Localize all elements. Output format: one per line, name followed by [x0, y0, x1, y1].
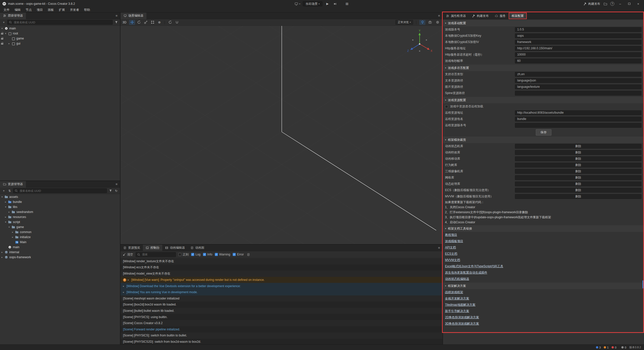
assets-filter-icon[interactable] [108, 189, 113, 193]
tab-hierarchy[interactable]: 层级管理器 [0, 13, 26, 19]
expand-arrow-icon[interactable]: ▸ [123, 291, 125, 293]
hierarchy-search-input[interactable] [13, 21, 111, 24]
sort-assets-icon[interactable]: ⇅ [7, 189, 12, 193]
expand-arrow-icon[interactable] [2, 251, 5, 253]
doc-link[interactable]: 原生包热更新配置自动生成插件 [443, 270, 644, 276]
doc-link[interactable]: 动画状态机编辑器 [443, 276, 644, 282]
delete-module-button[interactable]: 删除 [515, 163, 641, 167]
console-error-count[interactable]: 0 [612, 346, 616, 349]
lock-icon[interactable] [1, 37, 3, 40]
console-message-row[interactable]: ! ▸ [Scene] [PHYSICS]: switch from built… [120, 332, 442, 339]
config-input[interactable]: 1.0.5 [515, 27, 641, 32]
coordinate-space-tool[interactable] [174, 20, 180, 25]
delete-module-button[interactable]: 删除 [515, 188, 641, 193]
asset-row[interactable]: bundle [0, 199, 120, 204]
console-message-row[interactable]: ! ▸ [Window] render_texture文件夹不存在 [120, 258, 442, 265]
tab-framework-config[interactable]: 框架配置 [509, 13, 527, 19]
layout-grid-button[interactable]: ⊞ [345, 1, 350, 6]
play-button[interactable]: ▶ [325, 1, 330, 6]
filter-checkbox[interactable] [215, 253, 218, 256]
expand-arrow-icon[interactable] [5, 221, 8, 223]
hierarchy-node-row[interactable]: root [0, 31, 120, 36]
panel-menu-icon[interactable]: ≡ [113, 14, 120, 18]
menu-item[interactable]: 扩展 [56, 8, 67, 12]
config-input[interactable]: framework [515, 40, 641, 45]
log-filter-toggle[interactable]: Log [191, 253, 200, 256]
section-module-trim[interactable]: ▾ 框架模块裁剪 [443, 137, 644, 143]
console-message-row[interactable]: ! ▸ [Window] [Vue warn]: Property "onInp… [120, 277, 442, 283]
expand-arrow-icon[interactable] [12, 231, 15, 233]
lighting-toggle[interactable] [419, 20, 425, 25]
config-input[interactable]: http://192.168.0.150/main/ [515, 46, 641, 51]
expand-arrow-icon[interactable] [5, 201, 8, 203]
console-message-row[interactable]: ! ▸ [Scene] Cocos Creator v3.8.2 [120, 320, 442, 326]
asset-row[interactable]: resources [0, 214, 120, 220]
delete-module-button[interactable]: 删除 [515, 175, 641, 180]
panel-menu-icon[interactable]: ≡ [435, 14, 442, 18]
inspector-scrollbar-thumb[interactable] [642, 280, 644, 288]
console-message-row[interactable]: ! ▸ [Window] model_view文件夹不存在 [120, 271, 442, 277]
console-message-row[interactable]: ! ▸ [Scene] [box2d]:box2d wasm lib loade… [120, 301, 442, 308]
preview-target-button[interactable]: ▾ [294, 1, 300, 6]
move-tool[interactable] [129, 20, 135, 25]
menu-item[interactable]: 项目 [34, 8, 45, 12]
dimension-toggle[interactable]: 3D [123, 21, 126, 24]
lock-icon[interactable] [1, 42, 3, 45]
config-input[interactable]: http://localhost:8083/assets/bundle [515, 110, 641, 115]
tab-animation-panel[interactable]: 动画面 [188, 245, 207, 251]
console-log-count[interactable]: 3 [596, 346, 601, 349]
scene-select[interactable]: 当前场景▾ [303, 1, 323, 6]
delete-module-button[interactable]: 删除 [515, 169, 641, 174]
delete-module-button[interactable]: 删除 [515, 194, 641, 199]
expand-arrow-icon[interactable]: ▸ [128, 279, 130, 281]
create-node-button[interactable]: + [2, 20, 6, 25]
camera-settings-icon[interactable] [427, 20, 433, 25]
hierarchy-filter-icon[interactable] [114, 20, 118, 25]
expand-arrow-icon[interactable]: ▸ [123, 285, 125, 287]
log-filter-toggle[interactable]: Error [233, 253, 244, 256]
hierarchy-node-row[interactable]: game [0, 36, 120, 41]
tab-build-publish[interactable]: 构建发布 [469, 13, 492, 19]
hierarchy-node-row[interactable]: main [0, 26, 120, 31]
snap-rotate-tool[interactable] [167, 20, 173, 25]
asset-row[interactable]: game [0, 225, 120, 230]
scene-viewport[interactable]: Y X Z [120, 26, 442, 244]
asset-row[interactable]: common [0, 230, 120, 235]
menu-item[interactable]: 开发者 [67, 8, 82, 12]
console-message-row[interactable]: ! ▸ [Scene] Forward render pipeline init… [120, 326, 442, 333]
rect-tool[interactable] [149, 20, 155, 25]
asset-row[interactable]: oops-framework [0, 255, 120, 260]
asset-row[interactable]: libs [0, 204, 120, 209]
refresh-assets-icon[interactable]: ↻ [114, 189, 118, 193]
doc-link[interactable]: Excel格式转Json文件与TypeScript代码工具 [443, 263, 644, 270]
notification-count[interactable]: 0 [621, 346, 626, 349]
console-message-row[interactable]: ! ▸ [Window] You are running Vue in deve… [120, 289, 442, 295]
close-button[interactable]: × [635, 2, 641, 6]
asset-row[interactable]: assets [0, 194, 120, 199]
delete-module-button[interactable]: 删除 [515, 150, 641, 155]
console-message-row[interactable]: ! ▸ [Window] ecs文件夹不存在 [120, 265, 442, 271]
filter-checkbox[interactable] [203, 253, 206, 256]
create-asset-button[interactable]: + [2, 189, 6, 193]
section-solutions[interactable]: ▾ 框架解决方案 [443, 283, 644, 289]
doc-link[interactable]: MVVM文档 [443, 257, 644, 263]
config-input[interactable]: zh,en [515, 72, 641, 77]
log-filter-toggle[interactable]: Warning [215, 253, 230, 256]
solution-link[interactable]: 3D角色扮演游戏解决方案 [443, 321, 644, 327]
view-mode-select[interactable]: 正常浏览▾ [395, 20, 413, 25]
step-button[interactable] [333, 1, 338, 6]
build-publish-button[interactable]: 构建发布 [583, 2, 600, 6]
axis-gizmo[interactable]: Y X Z [406, 29, 433, 57]
help-button[interactable]: ? [610, 2, 614, 6]
maximize-button[interactable] [626, 3, 632, 5]
filter-checkbox[interactable] [233, 253, 236, 256]
expand-arrow-icon[interactable] [2, 27, 5, 30]
save-button[interactable]: 保存 [536, 129, 551, 136]
menu-item[interactable]: 编辑 [12, 8, 23, 12]
config-input[interactable] [515, 123, 641, 128]
console-message-row[interactable]: ! ▸ [Scene] [bullet]:bullet wasm lib loa… [120, 308, 442, 314]
open-log-file-icon[interactable] [246, 252, 251, 257]
solution-link[interactable]: 全栈开发解决方案 [443, 295, 644, 302]
remote-load-checkbox[interactable] [445, 105, 448, 108]
asset-row[interactable]: script [0, 220, 120, 225]
